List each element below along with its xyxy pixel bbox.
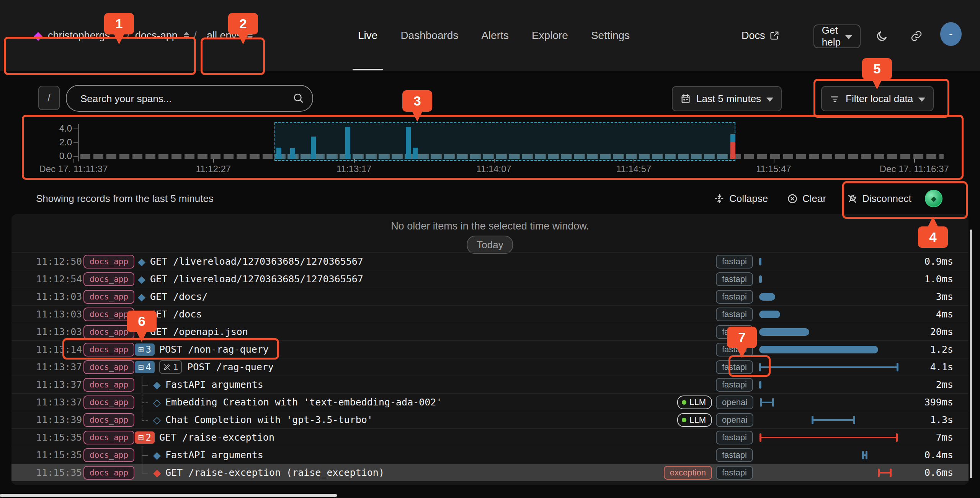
filter-local-data-button[interactable]: Filter local data bbox=[821, 86, 934, 111]
connection-status-indicator[interactable]: ◆ bbox=[925, 190, 942, 207]
y-axis-line bbox=[78, 124, 79, 161]
expand-toggle-badge[interactable]: ⊟4 bbox=[135, 361, 155, 373]
tech-pill-fastapi[interactable]: fastapi bbox=[716, 255, 753, 269]
search-input[interactable] bbox=[80, 86, 284, 112]
llm-green-dot-icon bbox=[682, 400, 686, 405]
table-row[interactable]: 11:13:03docs_app◆GET /docs/fastapi3ms bbox=[11, 288, 969, 305]
span-timestamp: 11:15:35 bbox=[36, 467, 73, 478]
tag-cell: docs_app bbox=[83, 466, 135, 480]
vertical-scrollbar[interactable] bbox=[970, 229, 972, 478]
spans-panel: No older items in the selected time wind… bbox=[11, 214, 969, 485]
tech-pill-fastapi[interactable]: fastapi bbox=[716, 378, 753, 392]
clear-label: Clear bbox=[802, 193, 826, 205]
table-row[interactable]: 11:13:39docs_app◇Chat Completion with 'g… bbox=[11, 411, 969, 428]
tag-pill-docs-app[interactable]: docs_app bbox=[83, 272, 134, 286]
clear-button[interactable]: Clear bbox=[787, 193, 826, 205]
span-duration: 4ms bbox=[917, 309, 953, 320]
search-bar[interactable] bbox=[66, 85, 313, 112]
time-selection-region[interactable] bbox=[274, 122, 735, 161]
table-row[interactable]: 11:12:54docs_app◆GET /livereload/1270363… bbox=[11, 270, 969, 288]
tab-settings[interactable]: Settings bbox=[591, 0, 630, 71]
span-main: ◆GET /docs/ bbox=[135, 291, 677, 302]
x-axis-tick bbox=[354, 159, 355, 163]
today-pill[interactable]: Today bbox=[467, 236, 513, 254]
tree-connector bbox=[135, 394, 150, 411]
annotation-pointer-1 bbox=[114, 34, 124, 44]
span-timestamp: 11:13:03 bbox=[36, 291, 73, 302]
get-help-button[interactable]: Get help bbox=[813, 24, 861, 48]
span-histogram[interactable]: 4.02.00.0Dec 17. 11:11:3711:12:2711:13:1… bbox=[0, 115, 980, 180]
table-row[interactable]: 11:13:37docs_app◇Embedding Creation with… bbox=[11, 393, 969, 411]
chart-bar bbox=[290, 148, 295, 159]
tag-pill-docs-app[interactable]: docs_app bbox=[83, 413, 134, 427]
table-row[interactable]: 11:13:37docs_app⊟41POST /rag-queryfastap… bbox=[11, 358, 969, 376]
y-axis-tick bbox=[74, 156, 78, 157]
tech-pill-fastapi[interactable]: fastapi bbox=[716, 360, 753, 374]
table-row[interactable]: 11:15:35docs_app◆GET /raise-exception (r… bbox=[11, 464, 969, 481]
tech-pill-openai[interactable]: openai bbox=[716, 395, 753, 409]
tab-dashboards[interactable]: Dashboards bbox=[400, 0, 458, 71]
moon-icon[interactable] bbox=[876, 30, 888, 42]
duration-track bbox=[758, 288, 917, 305]
time-range-button[interactable]: Last 5 minutes bbox=[672, 86, 782, 111]
span-main: ◇Chat Completion with 'gpt-3.5-turbo' bbox=[135, 411, 677, 428]
expand-toggle-badge[interactable]: ⊟2 bbox=[135, 431, 155, 444]
docs-link[interactable]: Docs bbox=[742, 0, 780, 71]
table-row[interactable]: 11:15:35docs_app⊟2GET /raise-exceptionfa… bbox=[11, 428, 969, 446]
tech-cell: openai bbox=[716, 413, 753, 427]
tag-cell: docs_app bbox=[83, 448, 135, 462]
tag-pill-docs-app[interactable]: docs_app bbox=[83, 395, 134, 409]
span-name: Chat Completion with 'gpt-3.5-turbo' bbox=[165, 414, 373, 425]
span-duration: 7ms bbox=[917, 432, 953, 443]
table-row[interactable]: 11:13:14docs_app⊞3POST /non-rag-queryfas… bbox=[11, 340, 969, 358]
tech-pill-fastapi[interactable]: fastapi bbox=[716, 466, 753, 480]
tag-cell: docs_app bbox=[83, 378, 135, 392]
project-selector-icon[interactable] bbox=[184, 32, 189, 39]
tag-pill-docs-app[interactable]: docs_app bbox=[83, 448, 134, 462]
chart-bar bbox=[413, 148, 418, 159]
disconnect-button[interactable]: Disconnect bbox=[847, 193, 911, 205]
collapse-button[interactable]: Collapse bbox=[714, 193, 768, 205]
tech-pill-fastapi[interactable]: fastapi bbox=[716, 431, 753, 444]
tech-pill-fastapi[interactable]: fastapi bbox=[716, 272, 753, 286]
duration-bar bbox=[759, 311, 780, 318]
horizontal-scrollbar[interactable] bbox=[0, 494, 337, 497]
filter-label: Filter local data bbox=[846, 93, 913, 105]
span-kind-diamond-icon: ◆ bbox=[138, 274, 145, 284]
pending-logs-badge[interactable]: 1 bbox=[159, 360, 182, 374]
tag-pill-docs-app[interactable]: docs_app bbox=[83, 466, 134, 480]
docs-label: Docs bbox=[742, 30, 765, 42]
tag-pill-docs-app[interactable]: docs_app bbox=[83, 360, 134, 374]
span-duration: 0.4ms bbox=[917, 449, 953, 461]
tech-pill-fastapi[interactable]: fastapi bbox=[716, 448, 753, 462]
duration-track bbox=[758, 394, 917, 411]
tag-pill-docs-app[interactable]: docs_app bbox=[83, 290, 134, 304]
tag-pill-docs-app[interactable]: docs_app bbox=[83, 431, 134, 444]
org-name[interactable]: christophergs bbox=[48, 30, 110, 42]
avatar[interactable]: - bbox=[940, 22, 962, 46]
tab-explore[interactable]: Explore bbox=[532, 0, 568, 71]
tag-pill-docs-app[interactable]: docs_app bbox=[83, 378, 134, 392]
tab-live[interactable]: Live bbox=[358, 0, 377, 71]
tech-pill-fastapi[interactable]: fastapi bbox=[716, 308, 753, 321]
table-row[interactable]: 11:15:35docs_app◆FastAPI argumentsfastap… bbox=[11, 446, 969, 464]
expand-toggle-badge[interactable]: ⊞3 bbox=[135, 343, 155, 356]
duration-track bbox=[758, 253, 917, 270]
table-row[interactable]: 11:12:50docs_app◆GET /livereload/1270363… bbox=[11, 252, 969, 270]
span-timestamp: 11:15:35 bbox=[36, 449, 73, 461]
tag-pill-docs-app[interactable]: docs_app bbox=[83, 255, 134, 269]
project-name[interactable]: docs-app bbox=[135, 30, 178, 42]
duration-track bbox=[758, 358, 917, 376]
link-icon[interactable] bbox=[910, 30, 923, 42]
tab-alerts[interactable]: Alerts bbox=[481, 0, 509, 71]
table-row[interactable]: 11:13:37docs_app◆FastAPI argumentsfastap… bbox=[11, 376, 969, 393]
tech-pill-openai[interactable]: openai bbox=[716, 413, 753, 427]
tag-pill-docs-app[interactable]: docs_app bbox=[83, 343, 134, 356]
duration-track bbox=[758, 464, 917, 481]
tech-pill-fastapi[interactable]: fastapi bbox=[716, 290, 753, 304]
tech-cell: openai bbox=[716, 395, 753, 409]
tech-cell: fastapi bbox=[716, 290, 753, 304]
span-name: GET /livereload/1270363685/1270365567 bbox=[150, 256, 363, 267]
exception-badge[interactable]: exception bbox=[664, 466, 712, 480]
breadcrumb[interactable]: ◆ christophergs / docs-app bbox=[34, 0, 189, 71]
